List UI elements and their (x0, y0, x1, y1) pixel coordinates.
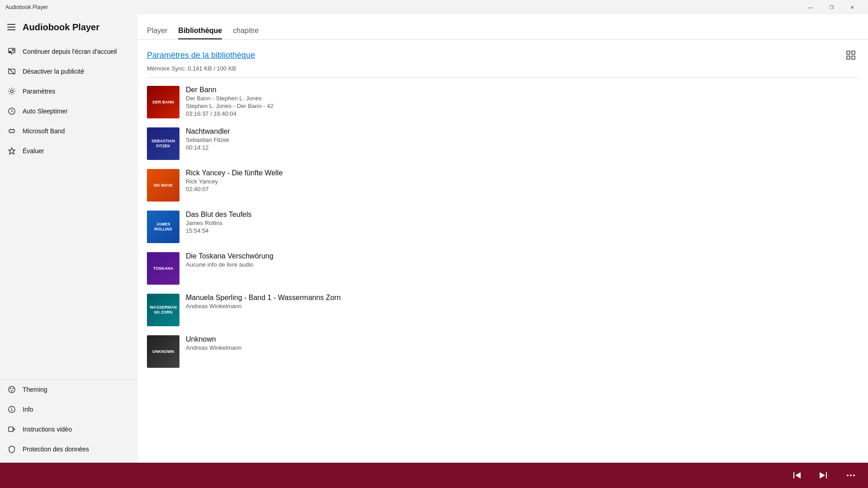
sidebar-label-continuer: Continuer depuis l'écran d'accueil (23, 48, 117, 55)
shield-icon (7, 445, 16, 454)
sidebar-item-theming[interactable]: Theming (0, 380, 138, 399)
tab-chapitre[interactable]: chapitre (233, 27, 259, 39)
video-icon (7, 425, 16, 434)
book-item-der-bann[interactable]: DER BANN Der Bann Der Bann - Stephen L. … (147, 81, 859, 123)
sidebar-item-continuer[interactable]: Continuer depuis l'écran d'accueil (0, 42, 138, 61)
book-cover-toskana: TOSKANA (147, 252, 179, 285)
book-title: Das Blut des Teufels (186, 211, 859, 219)
book-item-das-blut[interactable]: JAMES ROLLINS Das Blut des Teufels James… (147, 206, 859, 248)
sidebar-item-instructions[interactable]: Instructions vidéo (0, 419, 138, 439)
hamburger-menu-button[interactable] (7, 24, 15, 30)
svg-marker-13 (9, 148, 15, 154)
library-settings-link[interactable]: Paramètres de la bibliothèque (147, 51, 255, 60)
sidebar-item-sleeptimer[interactable]: Auto Sleeptimer (0, 101, 138, 121)
sidebar-bottom: Theming Info Instructions vidéo Protecti… (0, 379, 138, 463)
svg-point-3 (12, 49, 14, 51)
palette-icon (7, 385, 16, 394)
sidebar-label-theming: Theming (23, 386, 47, 393)
ad-off-icon (7, 67, 16, 76)
svg-marker-22 (13, 428, 15, 431)
book-time: 15:54:54 (186, 227, 859, 234)
svg-rect-21 (9, 427, 13, 432)
book-item-wassermann[interactable]: WASSERMANNS ZORN Manuela Sperling - Band… (147, 289, 859, 331)
book-author: Der Bann - Stephen L. Jones (186, 95, 859, 102)
tab-bibliotheque[interactable]: Bibliothèque (178, 27, 222, 39)
app-title: Audiobook Player (5, 4, 48, 10)
sidebar-item-microsoft-band[interactable]: Microsoft Band (0, 121, 138, 141)
svg-marker-29 (826, 472, 827, 479)
next-track-button[interactable] (816, 467, 832, 483)
svg-point-14 (9, 386, 15, 393)
book-item-nachtwandler[interactable]: SEBASTIAN FITZEK Nachtwandler Sebastian … (147, 123, 859, 164)
sidebar-item-parametres[interactable]: Paramètres (0, 81, 138, 101)
book-title: Manuela Sperling - Band 1 - Wassermanns … (186, 294, 859, 302)
sidebar-item-info[interactable]: Info (0, 399, 138, 419)
grid-view-button[interactable] (843, 47, 859, 63)
settings-icon (7, 87, 16, 96)
svg-point-16 (13, 388, 14, 389)
sidebar-label-protection: Protection des données (23, 446, 89, 453)
sidebar-item-desactiver[interactable]: Désactiver la publicité (0, 61, 138, 81)
titlebar: Audiobook Player — ❐ ✕ (0, 0, 868, 14)
book-info-toskana: Die Toskana Verschwörung Aucune info de … (186, 252, 859, 269)
sidebar-item-protection[interactable]: Protection des données (0, 439, 138, 459)
book-author: James Rollins (186, 220, 859, 226)
maximize-button[interactable]: ❐ (821, 0, 842, 14)
app-body: Audiobook Player Continuer depuis l'écra… (0, 14, 868, 463)
book-time: 03:16:37 / 16:40:04 (186, 110, 859, 117)
sync-info: Mémoire Sync: 0,141 KB / 100 KB (147, 65, 859, 72)
book-author: Rick Yancey (186, 178, 859, 185)
sidebar-label-evaluer: Évaluer (23, 147, 44, 155)
book-author: Aucune info de livre audio (186, 261, 859, 268)
book-cover-unknown: UNKNOWN (147, 335, 179, 368)
book-title: Nachtwandler (186, 127, 859, 136)
book-info-der-bann: Der Bann Der Bann - Stephen L. Jones Ste… (186, 86, 859, 117)
svg-marker-27 (793, 472, 794, 479)
close-button[interactable]: ✕ (842, 0, 863, 14)
sidebar-label-parametres: Paramètres (23, 88, 55, 95)
svg-point-33 (853, 474, 855, 476)
skip-forward-icon (819, 470, 829, 480)
svg-marker-28 (795, 472, 801, 479)
book-item-rick-yancey[interactable]: 5th WAVE Rick Yancey - Die fünfte Welle … (147, 164, 859, 206)
player-bar (0, 463, 868, 488)
sidebar-label-instructions: Instructions vidéo (23, 426, 72, 433)
book-author: Andreas Winkelmann (186, 303, 859, 310)
svg-point-15 (10, 388, 11, 389)
book-list: DER BANN Der Bann Der Bann - Stephen L. … (147, 81, 859, 372)
tab-player[interactable]: Player (147, 27, 167, 39)
book-item-toskana[interactable]: TOSKANA Die Toskana Verschwörung Aucune … (147, 248, 859, 289)
book-item-unknown[interactable]: UNKNOWN Unknown Andreas Winkelmann (147, 331, 859, 372)
sidebar-app-title: Audiobook Player (23, 22, 99, 33)
svg-marker-30 (820, 472, 825, 479)
main-content: Player Bibliothèque chapitre Paramètres … (138, 14, 868, 463)
sidebar-label-microsoft-band: Microsoft Band (23, 127, 65, 135)
svg-point-20 (11, 408, 12, 408)
skip-back-icon (792, 470, 802, 480)
svg-rect-26 (852, 56, 855, 59)
book-cover-rick-yancey: 5th WAVE (147, 169, 179, 202)
sidebar-item-evaluer[interactable]: Évaluer (0, 141, 138, 161)
band-icon (7, 127, 16, 136)
divider (147, 77, 859, 78)
book-chapter: Stephen L. Jones - Der Bann - 42 (186, 103, 859, 109)
svg-point-6 (10, 90, 13, 93)
prev-track-button[interactable] (788, 467, 805, 483)
svg-point-17 (11, 390, 13, 392)
more-options-button[interactable] (843, 467, 859, 483)
book-title: Der Bann (186, 86, 859, 94)
sidebar-label-info: Info (23, 406, 33, 413)
book-info-nachtwandler: Nachtwandler Sebastian Fitzek 00:14:12 (186, 127, 859, 151)
info-icon (7, 405, 16, 414)
book-author: Andreas Winkelmann (186, 344, 859, 351)
book-time: 02:40:07 (186, 186, 859, 192)
minimize-button[interactable]: — (800, 0, 821, 14)
sidebar-header: Audiobook Player (0, 14, 138, 40)
library-panel: Paramètres de la bibliothèque Mémoire Sy… (138, 40, 868, 463)
home-icon (7, 47, 16, 56)
tabs-bar: Player Bibliothèque chapitre (138, 14, 868, 40)
svg-rect-23 (847, 51, 850, 54)
svg-rect-25 (847, 56, 850, 59)
sidebar-label-sleeptimer: Auto Sleeptimer (23, 108, 68, 115)
svg-rect-24 (852, 51, 855, 54)
